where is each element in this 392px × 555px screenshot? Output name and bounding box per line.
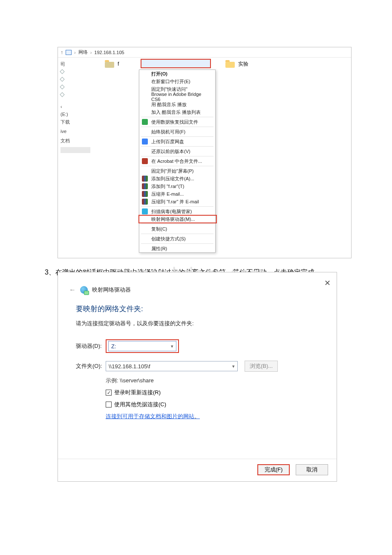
ctx-props[interactable]: 属性(R) (139, 245, 215, 252)
separator (141, 206, 213, 207)
nav-item[interactable] (61, 83, 96, 91)
ctx-add-frar[interactable]: 添加到 "f.rar"(T) (139, 182, 215, 190)
drive-label: 驱动器(D): (76, 342, 106, 350)
dialog-subheading: 请为连接指定驱动器号，以及你要连接的文件夹: (76, 320, 326, 327)
drive-value: Z: (111, 343, 116, 350)
folder-label: f (118, 61, 119, 67)
finish-button[interactable]: 完成(F) (257, 464, 290, 475)
othercred-checkbox-row[interactable]: 使用其他凭据连接(C) (106, 401, 326, 408)
nav-item[interactable] (61, 75, 96, 83)
drive-select[interactable]: Z: ▾ (108, 341, 176, 351)
nav-item[interactable]: (E:) (61, 110, 96, 118)
reconnect-checkbox-row[interactable]: ✓ 登录时重新连接(R) (106, 389, 326, 396)
back-arrow-icon[interactable]: ← (69, 286, 76, 294)
nav-item[interactable]: ive (61, 127, 96, 135)
ctx-copy[interactable]: 复制(C) (139, 225, 215, 233)
folder-label: 实验 (238, 61, 248, 68)
browse-button[interactable]: 浏览(B)... (245, 361, 278, 372)
rar-icon (142, 183, 148, 189)
othercred-label: 使用其他凭据连接(C) (114, 401, 166, 408)
separator (141, 243, 213, 244)
nav-item[interactable]: 司 (61, 60, 96, 68)
folder-icon (105, 60, 114, 68)
cancel-button[interactable]: 取消 (296, 464, 328, 475)
separator (141, 146, 213, 147)
ctx-add-archive[interactable]: 添加到压缩文件(A)... (139, 175, 215, 182)
folder-exp[interactable]: 实验 (225, 60, 248, 68)
recover-icon (142, 119, 148, 125)
folder-icon (225, 60, 235, 68)
nav-item[interactable] (61, 68, 96, 75)
context-menu: 打开(O) 在新窗口中打开(E) 固定到"快速访问" Browse in Ado… (139, 69, 216, 253)
ctx-zip-frar-mail[interactable]: 压缩到 "f.rar" 并 E-mail (139, 198, 215, 205)
rar-icon (142, 191, 148, 197)
folder-input[interactable]: \\192.168.1.105\f ▾ (106, 361, 238, 371)
nav-item[interactable] (61, 91, 96, 98)
dialog-title: 映射网络驱动器 (92, 286, 131, 294)
folder-value: \\192.168.1.105\f (109, 363, 150, 370)
nav-selected-placeholder (61, 147, 90, 153)
ctx-map-drive[interactable]: 映射网络驱动器(M)... (139, 215, 215, 223)
ctx-kuwo-add[interactable]: 加入 酷我音乐 播放列表 (139, 108, 215, 116)
ctx-pin-start[interactable]: 固定到"开始"屏幕(P) (139, 167, 215, 175)
ctx-shortcut[interactable]: 创建快捷方式(S) (139, 235, 215, 243)
network-drive-icon (80, 286, 88, 294)
dialog-footer: 完成(F) 取消 (58, 459, 337, 481)
ctx-baidu[interactable]: 上传到百度网盘 (139, 138, 215, 145)
separator (141, 156, 213, 156)
checkbox-icon[interactable] (106, 402, 112, 408)
ctx-open-new[interactable]: 在新窗口中打开(E) (139, 78, 215, 85)
up-arrow-icon[interactable]: ↑ (61, 49, 63, 55)
ctx-scan[interactable]: 扫描病毒(电脑管家) (139, 208, 215, 215)
map-drive-dialog: ✕ ← 映射网络驱动器 要映射的网络文件夹: 请为连接指定驱动器号，以及你要连接… (58, 272, 337, 482)
separator (141, 234, 213, 234)
pin-icon (60, 92, 64, 97)
separator (141, 166, 213, 166)
pc-icon (66, 50, 72, 55)
ctx-offline[interactable]: 始终脱机可用(F) (139, 128, 215, 136)
separator (141, 136, 213, 137)
ctx-bridge[interactable]: Browse in Adobe Bridge CS6 (139, 93, 215, 101)
storage-link[interactable]: 连接到可用于存储文档和图片的网站。 (106, 413, 326, 420)
ctx-recover[interactable]: 使用数据恢复找回文件 (139, 118, 215, 126)
separator (141, 127, 213, 127)
crumb-sep-icon: › (74, 50, 76, 55)
cloud-icon (142, 139, 148, 145)
folder-f[interactable]: f (105, 60, 119, 68)
nav-item[interactable]: 下载 (61, 118, 96, 126)
rar-icon (142, 176, 148, 182)
pin-icon (60, 77, 64, 81)
pin-icon (60, 69, 64, 74)
chevron-down-icon: ▾ (232, 364, 235, 369)
breadcrumb[interactable]: ↑ › 网络 › 192.168.1.105 (58, 47, 351, 58)
chevron-down-icon: ▾ (171, 344, 173, 349)
folder-label: 文件夹(O): (76, 362, 106, 370)
reconnect-label: 登录时重新连接(R) (114, 389, 161, 396)
separator (141, 117, 213, 117)
rar-icon (142, 199, 148, 205)
folder-view[interactable]: f 实验 打开(O) 在新窗口中打开(E) 固定到"快速访问" Browse i… (96, 58, 351, 251)
nav-pane[interactable]: 司 ‹ (E:) 下载 ive 文档 (58, 58, 96, 251)
ctx-open[interactable]: 打开(O) (139, 70, 215, 78)
example-text: 示例: \\server\share (106, 377, 326, 384)
crumb-node[interactable]: 192.168.1.105 (94, 50, 124, 55)
shield-icon (142, 208, 148, 214)
separator (141, 224, 213, 224)
pin-icon (60, 84, 64, 89)
highlight-box: Z: ▾ (106, 339, 179, 353)
crumb-sep-icon: › (90, 50, 92, 55)
ctx-acrobat[interactable]: 在 Acrobat 中合并文件... (139, 157, 215, 165)
acrobat-icon (142, 158, 148, 164)
close-icon[interactable]: ✕ (324, 278, 331, 288)
highlight-box (141, 59, 211, 68)
ctx-kuwo-play[interactable]: 用 酷我音乐 播放 (139, 101, 215, 108)
checkbox-checked-icon[interactable]: ✓ (106, 390, 112, 396)
nav-item[interactable]: 文档 (61, 137, 96, 145)
ctx-restore[interactable]: 还原以前的版本(V) (139, 147, 215, 155)
dialog-heading: 要映射的网络文件夹: (76, 304, 326, 314)
ctx-zip-mail[interactable]: 压缩并 E-mail... (139, 190, 215, 198)
explorer-window: ↑ › 网络 › 192.168.1.105 司 ‹ (E:) 下载 ive 文… (58, 47, 352, 258)
crumb-root[interactable]: 网络 (78, 49, 88, 55)
nav-item[interactable]: ‹ (61, 103, 96, 110)
